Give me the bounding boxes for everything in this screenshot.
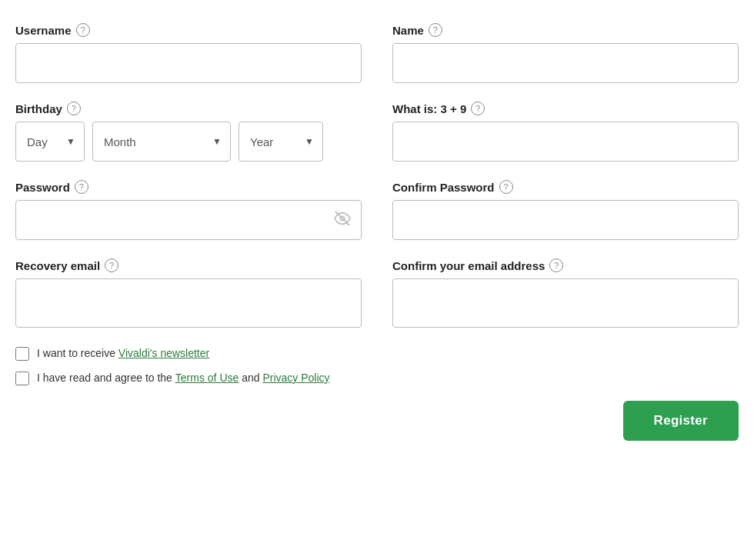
terms-row: I have read and agree to the Terms of Us… bbox=[15, 371, 739, 386]
username-label-text: Username bbox=[15, 24, 72, 37]
confirm-password-input[interactable] bbox=[392, 200, 739, 240]
confirm-email-group: Confirm your email address ? bbox=[392, 258, 739, 328]
toggle-password-icon[interactable] bbox=[334, 210, 351, 230]
name-input[interactable] bbox=[392, 43, 739, 83]
name-label-text: Name bbox=[392, 24, 424, 37]
what-is-help-icon[interactable]: ? bbox=[471, 102, 485, 115]
name-help-icon[interactable]: ? bbox=[429, 23, 442, 37]
terms-text-before: I have read and agree to the bbox=[37, 372, 175, 384]
newsletter-text-before: I want to receive bbox=[37, 347, 118, 359]
birthday-label-text: Birthday bbox=[15, 102, 62, 115]
register-button[interactable]: Register bbox=[623, 401, 739, 441]
what-is-input[interactable] bbox=[392, 122, 739, 162]
newsletter-link[interactable]: Vivaldi's newsletter bbox=[118, 347, 209, 359]
password-label-text: Password bbox=[15, 181, 70, 194]
terms-checkbox[interactable] bbox=[15, 372, 29, 385]
name-group: Name ? bbox=[392, 23, 739, 83]
birthday-group: Birthday ? Day 12345 678910 1112131415 1… bbox=[15, 102, 362, 162]
birthday-selects: Day 12345 678910 1112131415 1617181920 2… bbox=[15, 122, 362, 162]
password-group: Password ? bbox=[15, 180, 362, 240]
what-is-label-text: What is: 3 + 9 bbox=[392, 102, 466, 115]
confirm-password-label-text: Confirm Password bbox=[392, 181, 495, 194]
newsletter-checkbox[interactable] bbox=[15, 347, 29, 361]
username-help-icon[interactable]: ? bbox=[76, 23, 90, 37]
confirm-email-label-text: Confirm your email address bbox=[392, 259, 545, 272]
password-help-icon[interactable]: ? bbox=[75, 180, 88, 194]
privacy-policy-link[interactable]: Privacy Policy bbox=[262, 372, 329, 384]
password-row: Password ? Confirm Password ? bbox=[15, 180, 739, 240]
confirm-email-label: Confirm your email address ? bbox=[392, 258, 739, 272]
password-input[interactable] bbox=[15, 200, 362, 240]
month-select[interactable]: Month JanuaryFebruaryMarchApril MayJuneJ… bbox=[92, 122, 231, 162]
terms-text-middle: and bbox=[239, 372, 262, 384]
confirm-email-input[interactable] bbox=[392, 278, 739, 328]
email-row: Recovery email ? Confirm your email addr… bbox=[15, 258, 739, 328]
checkboxes-section: I want to receive Vivaldi's newsletter I… bbox=[15, 346, 739, 385]
username-group: Username ? bbox=[15, 23, 362, 83]
confirm-password-group: Confirm Password ? bbox=[392, 180, 739, 240]
username-label: Username ? bbox=[15, 23, 362, 37]
recovery-email-input[interactable] bbox=[15, 278, 362, 328]
username-name-row: Username ? Name ? bbox=[15, 23, 739, 83]
registration-form: Username ? Name ? Birthday ? Day bbox=[15, 23, 739, 441]
recovery-email-label: Recovery email ? bbox=[15, 258, 362, 272]
password-label: Password ? bbox=[15, 180, 362, 194]
what-is-group: What is: 3 + 9 ? bbox=[392, 102, 739, 162]
birthday-whatis-row: Birthday ? Day 12345 678910 1112131415 1… bbox=[15, 102, 739, 162]
recovery-email-label-text: Recovery email bbox=[15, 259, 100, 272]
terms-of-use-link[interactable]: Terms of Use bbox=[175, 372, 239, 384]
year-select-wrapper: Year 2024202320102000 1990198019701960 ▼ bbox=[239, 122, 323, 162]
day-select-wrapper: Day 12345 678910 1112131415 1617181920 2… bbox=[15, 122, 85, 162]
terms-label: I have read and agree to the Terms of Us… bbox=[37, 371, 330, 386]
month-select-wrapper: Month JanuaryFebruaryMarchApril MayJuneJ… bbox=[92, 122, 231, 162]
username-input[interactable] bbox=[15, 43, 362, 83]
year-select[interactable]: Year 2024202320102000 1990198019701960 bbox=[239, 122, 323, 162]
day-select[interactable]: Day 12345 678910 1112131415 1617181920 2… bbox=[15, 122, 85, 162]
confirm-password-help-icon[interactable]: ? bbox=[499, 180, 513, 194]
password-wrapper bbox=[15, 200, 362, 240]
confirm-email-help-icon[interactable]: ? bbox=[549, 258, 563, 272]
svg-line-1 bbox=[335, 212, 349, 225]
birthday-help-icon[interactable]: ? bbox=[67, 102, 81, 115]
recovery-email-group: Recovery email ? bbox=[15, 258, 362, 328]
newsletter-label: I want to receive Vivaldi's newsletter bbox=[37, 346, 209, 362]
name-label: Name ? bbox=[392, 23, 739, 37]
confirm-password-label: Confirm Password ? bbox=[392, 180, 739, 194]
newsletter-row: I want to receive Vivaldi's newsletter bbox=[15, 346, 739, 362]
what-is-label: What is: 3 + 9 ? bbox=[392, 102, 739, 115]
recovery-email-help-icon[interactable]: ? bbox=[105, 258, 118, 272]
register-row: Register bbox=[15, 401, 739, 441]
birthday-label: Birthday ? bbox=[15, 102, 362, 115]
